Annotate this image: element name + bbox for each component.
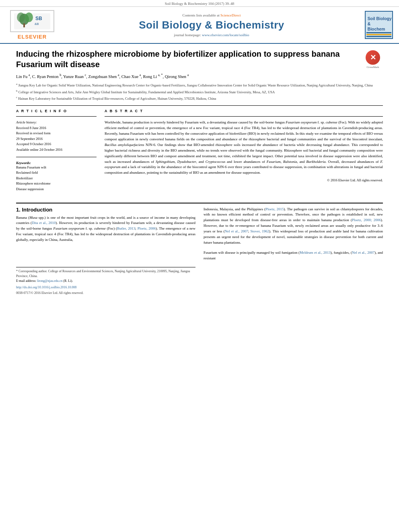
- history-accepted: Accepted 9 October 2016: [16, 142, 97, 147]
- sb-logo-svg: Soil Biology & Biochem: [366, 11, 392, 39]
- journal-header: SB &B ELSEVIER Contents lists available …: [0, 7, 399, 44]
- nel2007b-ref[interactable]: Nel et al., 2007: [352, 251, 374, 255]
- intro-heading: 1. Introduction: [16, 207, 195, 213]
- keywords-section: Keywords: Banana Fusarium wilt Reclaimed…: [16, 160, 97, 192]
- svg-text:&B: &B: [35, 22, 39, 26]
- history-revised-label: Received in revised form: [16, 131, 97, 136]
- logo-box: SB &B: [10, 10, 54, 32]
- abstract-heading: A B S T R A C T: [105, 109, 383, 113]
- ploetz2015-ref[interactable]: Ploetz, 2015: [265, 207, 284, 211]
- history-revised-date: 29 September 2016: [16, 136, 97, 142]
- divider-2: [16, 116, 97, 117]
- svg-text:&: &: [368, 22, 371, 26]
- intro-right-text1: Indonesia, Malaysia, and the Philippines…: [204, 207, 383, 246]
- copyright-line: © 2016 Elsevier Ltd. All rights reserved…: [105, 178, 383, 182]
- divider-3: [16, 157, 97, 157]
- history-label: Article history:: [16, 120, 97, 125]
- email-link[interactable]: lirong@njau.edu.cn: [37, 279, 62, 283]
- history-received: Received 8 June 2016: [16, 125, 97, 131]
- crossmark-icon: ✕: [366, 50, 380, 65]
- butler-ref[interactable]: Butler, 2013: [117, 226, 135, 230]
- body-divider: [16, 203, 383, 203]
- doi-line: http://dx.doi.org/10.1016/j.soilbio.2016…: [16, 285, 195, 290]
- keywords-label: Keywords:: [16, 160, 97, 165]
- svg-text:Biochem: Biochem: [368, 27, 385, 31]
- keyword-5: Disease suppression: [16, 187, 97, 192]
- crossmark-label: CrossMark: [366, 66, 379, 69]
- divider-4: [105, 116, 383, 117]
- ploetz2000-ref[interactable]: Ploetz, 2000; 2006: [352, 218, 381, 222]
- body-area: 1. Introduction Banana (Musa spp.) is on…: [0, 207, 399, 296]
- keyword-3: Biofertilizer: [16, 176, 97, 181]
- intro-left-text: Banana (Musa spp.) is one of the most im…: [16, 215, 195, 243]
- svg-text:Soil Biology: Soil Biology: [368, 16, 392, 21]
- aff-b: b College of Integrative Sciences and Ar…: [16, 89, 383, 95]
- top-bar: Soil Biology & Biochemistry 104 (2017) 3…: [0, 0, 399, 7]
- stover-ref[interactable]: Stover, 1962: [251, 229, 269, 233]
- right-col: A B S T R A C T Worldwide, banana produc…: [105, 109, 383, 196]
- article-info-heading: A R T I C L E I N F O: [16, 109, 97, 113]
- body-right-col: Indonesia, Malaysia, and the Philippines…: [204, 207, 383, 296]
- keyword-1: Banana Fusarium wilt: [16, 165, 97, 170]
- nel2007-ref[interactable]: Nel et al., 2007: [225, 229, 248, 233]
- svg-point-2: [25, 12, 33, 22]
- svg-text:SB: SB: [35, 16, 42, 21]
- article-history: Article history: Received 8 June 2016 Re…: [16, 120, 97, 153]
- abstract-text: Worldwide, banana production is severely…: [105, 120, 383, 176]
- article-title-row: Inducing the rhizosphere microbiome by b…: [16, 49, 383, 70]
- crossmark-container: ✕ CrossMark: [363, 50, 383, 69]
- svg-rect-13: [366, 36, 391, 37]
- article-info-abstract: A R T I C L E I N F O Article history: R…: [16, 109, 383, 196]
- journal-header-right: Soil Biology & Biochem: [363, 11, 395, 39]
- article-title: Inducing the rhizosphere microbiome by b…: [16, 49, 359, 70]
- footnote-corresponding: * Corresponding author. College of Resou…: [16, 269, 195, 279]
- svg-rect-11: [366, 32, 391, 33]
- history-online: Available online 24 October 2016: [16, 147, 97, 153]
- intro-right-text2: Fusarium wilt disease is principally man…: [204, 250, 383, 261]
- body-left-col: 1. Introduction Banana (Musa spp.) is on…: [16, 207, 195, 296]
- aff-c: c Hainan Key Laboratory for Sustainable …: [16, 95, 383, 101]
- homepage-link[interactable]: www.elsevier.com/locate/soilbio: [202, 33, 249, 37]
- sciencedirect-link[interactable]: ScienceDirect: [220, 13, 241, 17]
- authors-line: Lin Fu a, C. Ryan Penton b, Yunze Ruan c…: [16, 73, 383, 80]
- sb-logo: Soil Biology & Biochem: [365, 11, 393, 39]
- left-col: A R T I C L E I N F O Article history: R…: [16, 109, 97, 196]
- issn-line: 0038-0717/© 2016 Elsevier Ltd. All right…: [16, 291, 195, 296]
- footnote-area: * Corresponding author. College of Resou…: [16, 267, 195, 296]
- journal-citation: Soil Biology & Biochemistry 104 (2017) 3…: [165, 2, 234, 6]
- divider-1: [16, 105, 383, 106]
- homepage-line: journal homepage: www.elsevier.com/locat…: [64, 33, 359, 37]
- article-area: Inducing the rhizosphere microbiome by b…: [0, 44, 399, 199]
- journal-header-left: SB &B ELSEVIER: [4, 10, 60, 40]
- ploetz-ref[interactable]: Ploetz, 2006: [138, 226, 156, 230]
- footnote-email: E-mail address: lirong@njau.edu.cn (R. L…: [16, 279, 195, 283]
- elsevier-logo-svg: SB &B: [12, 11, 52, 31]
- svg-point-3: [17, 12, 25, 22]
- affiliations: a Jiangsu Key Lab for Organic Solid Wast…: [16, 82, 383, 101]
- svg-rect-12: [366, 34, 391, 35]
- aff-a: a Jiangsu Key Lab for Organic Solid Wast…: [16, 82, 383, 88]
- keyword-4: Rhizosphere microbiome: [16, 181, 97, 187]
- contents-line: Contents lists available at ScienceDirec…: [64, 13, 359, 17]
- journal-title-main: Soil Biology & Biochemistry: [64, 19, 359, 31]
- elsevier-logo: SB &B ELSEVIER: [10, 10, 54, 40]
- doi-link[interactable]: http://dx.doi.org/10.1016/j.soilbio.2016…: [16, 286, 76, 289]
- keyword-2: Reclaimed field: [16, 170, 97, 176]
- journal-header-center: Contents lists available at ScienceDirec…: [64, 13, 359, 37]
- dita-ref[interactable]: Dita et al., 2010: [32, 221, 56, 225]
- elsevier-label: ELSEVIER: [18, 34, 47, 40]
- meldrum-ref[interactable]: Meldrum et al., 2013: [300, 251, 331, 255]
- svg-rect-4: [23, 23, 25, 27]
